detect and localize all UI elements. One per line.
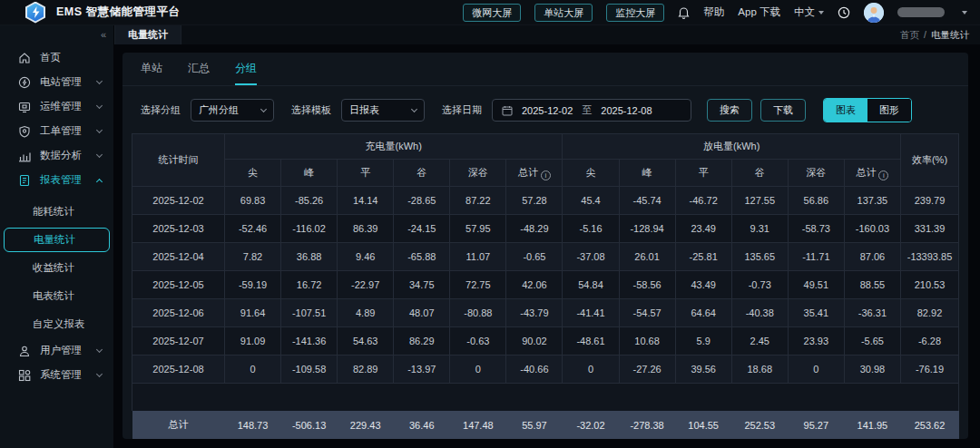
clock-icon[interactable]	[838, 6, 850, 19]
date-range-label: 选择日期	[442, 103, 482, 117]
station-screen-button[interactable]: 单站大屏	[534, 4, 593, 22]
row-value: 39.56	[675, 355, 731, 383]
row-value: -48.61	[563, 326, 619, 355]
row-date: 2025-12-06	[132, 298, 225, 326]
sidebar-item-user-mgmt[interactable]: 用户管理	[0, 338, 113, 363]
filter-bar: 选择分组 广州分组 选择模板 日报表 选择日期 2025-12-02 至 202…	[141, 98, 968, 122]
monitor-screen-button[interactable]: 监控大屏	[606, 4, 664, 22]
row-value: 57.95	[450, 214, 506, 242]
download-button[interactable]: 下载	[760, 99, 806, 122]
row-value: -116.02	[281, 214, 338, 242]
chevron-down-icon	[96, 78, 103, 84]
row-value: 0	[225, 355, 281, 383]
user-icon	[18, 345, 31, 357]
row-value: 2.45	[731, 326, 788, 355]
template-select-label: 选择模板	[291, 103, 331, 117]
total-value: -278.38	[619, 411, 675, 439]
app-title: EMS 智慧储能管理平台	[56, 5, 181, 20]
chevron-down-icon	[96, 346, 103, 353]
row-value: -0.63	[450, 326, 506, 355]
row-value: -58.56	[619, 270, 675, 298]
view-mode-chart-button[interactable]: 图形	[867, 99, 911, 122]
sidebar-collapse-icon[interactable]: «	[101, 29, 105, 40]
sidebar-subitem-revenue-stats[interactable]: 收益统计	[0, 254, 113, 282]
sidebar-subitem-meter-stats[interactable]: 电表统计	[0, 282, 113, 310]
row-value: 23.93	[788, 326, 844, 355]
tab-summary[interactable]: 汇总	[188, 61, 210, 85]
total-value: 148.73	[225, 411, 281, 439]
table-total-row: 总计148.73-506.13229.4336.46147.4855.97-32…	[132, 411, 959, 439]
open-page-tab[interactable]: 电量统计	[115, 25, 181, 44]
username-redacted[interactable]	[897, 7, 945, 17]
row-value: -13.97	[394, 355, 450, 383]
sidebar-item-data-analysis[interactable]: 数据分析	[0, 143, 113, 168]
row-value: 72.75	[450, 270, 506, 298]
total-value: 104.55	[675, 411, 731, 439]
table-body: 2025-12-0269.83-85.2614.14-28.6587.2257.…	[132, 187, 959, 384]
row-value: 54.84	[563, 270, 619, 298]
sidebar-item-system-mgmt[interactable]: 系统管理	[0, 363, 113, 387]
row-date: 2025-12-02	[132, 187, 225, 215]
sidebar-item-report-mgmt[interactable]: 报表管理	[0, 168, 113, 192]
app-download-link[interactable]: App 下载	[738, 5, 780, 19]
row-value: 135.65	[731, 242, 788, 270]
breadcrumb-home[interactable]: 首页	[900, 29, 919, 40]
row-value: -28.65	[394, 187, 450, 215]
row-value: 0	[563, 355, 619, 383]
sidebar-item-workorder-mgmt[interactable]: 工单管理	[0, 119, 113, 143]
row-value: 90.02	[506, 326, 563, 355]
total-value: 253.62	[901, 411, 959, 439]
sidebar-subitem-power-stats[interactable]: 电量统计	[4, 228, 110, 252]
info-icon[interactable]	[878, 170, 888, 180]
language-selector[interactable]: 中文	[794, 5, 824, 19]
row-value: -36.31	[844, 298, 900, 326]
table-row: 2025-12-0791.09-141.3654.6386.29-0.6390.…	[132, 326, 959, 355]
table-filler	[132, 383, 959, 411]
subheader-valley: 谷	[731, 160, 788, 187]
sidebar-subitem-custom-report[interactable]: 自定义报表	[0, 310, 113, 338]
group-select-label: 选择分组	[141, 103, 181, 117]
row-value: -43.79	[506, 298, 563, 326]
chevron-down-icon[interactable]	[962, 11, 967, 15]
template-select[interactable]: 日报表	[341, 99, 425, 122]
total-value: -506.13	[281, 411, 338, 439]
app-logo-icon	[25, 2, 45, 24]
row-value: 88.55	[844, 270, 900, 298]
total-value: 95.27	[788, 411, 844, 439]
tab-single-station[interactable]: 单站	[141, 61, 162, 85]
help-link[interactable]: 帮助	[703, 5, 724, 19]
row-value: -13393.85	[901, 242, 959, 270]
row-value: 54.63	[338, 326, 394, 355]
row-value: 56.86	[788, 187, 844, 215]
row-value: 43.49	[675, 270, 731, 298]
row-value: 23.49	[675, 214, 731, 242]
bell-icon[interactable]	[678, 6, 690, 19]
row-date: 2025-12-05	[132, 270, 225, 298]
sidebar-subitem-energy-stats[interactable]: 能耗统计	[0, 198, 113, 226]
row-value: -37.08	[563, 242, 619, 270]
info-icon[interactable]	[541, 170, 551, 180]
row-value: 5.9	[675, 326, 731, 355]
user-avatar[interactable]	[864, 3, 884, 23]
row-value: -0.73	[731, 270, 788, 298]
microgrid-screen-button[interactable]: 微网大屏	[463, 4, 521, 22]
row-value: 87.22	[450, 187, 506, 215]
row-value: -40.66	[506, 355, 563, 383]
date-range-picker[interactable]: 2025-12-02 至 2025-12-08	[492, 99, 691, 122]
sidebar-item-station-mgmt[interactable]: 电站管理	[0, 70, 113, 94]
row-value: 11.07	[450, 242, 506, 270]
row-value: 14.14	[338, 187, 394, 215]
search-button[interactable]: 搜索	[707, 99, 752, 122]
row-value: -65.88	[394, 242, 450, 270]
subheader-flat: 平	[675, 160, 731, 187]
row-value: -128.94	[619, 214, 675, 242]
sidebar-item-home[interactable]: 首页	[0, 45, 113, 70]
row-value: 35.41	[788, 298, 844, 326]
row-value: 45.4	[563, 187, 619, 215]
sidebar-item-ops-mgmt[interactable]: 运维管理	[0, 94, 113, 119]
row-date: 2025-12-04	[132, 242, 225, 270]
group-select[interactable]: 广州分组	[191, 99, 274, 122]
row-value: 64.64	[675, 298, 731, 326]
tab-group[interactable]: 分组	[235, 61, 257, 85]
view-mode-table-button[interactable]: 图表	[824, 99, 867, 122]
